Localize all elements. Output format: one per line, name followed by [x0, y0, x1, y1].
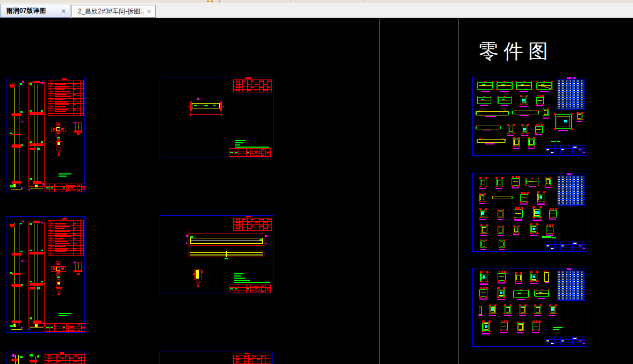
sheet-parts-1[interactable] [472, 77, 587, 156]
sheet-column-details-2[interactable] [6, 216, 85, 333]
toolbar-icon-fragment [207, 1, 209, 2]
cad-application-window: 雨润07版详图 × 2_昌欣2#3#车间-拆图… × [0, 0, 633, 364]
tab-active-drawing[interactable]: 雨润07版详图 × [0, 4, 70, 18]
sheet-beam-detail-2[interactable] [160, 215, 274, 294]
toolbar-icon-fragment [211, 1, 213, 2]
sheet-column-details-1[interactable] [6, 77, 85, 193]
document-tab-bar: 雨润07版详图 × 2_昌欣2#3#车间-拆图… × [0, 3, 633, 18]
drawing-divider-line [379, 19, 379, 364]
tab-inactive-drawing[interactable]: 2_昌欣2#3#车间-拆图… × [71, 5, 156, 18]
sheet-parts-3[interactable] [472, 268, 587, 347]
sheet-beam-detail-3-partial[interactable] [159, 352, 273, 364]
toolbar-icon-fragment [219, 1, 220, 2]
close-icon[interactable]: × [145, 8, 155, 16]
tab-label: 2_昌欣2#3#车间-拆图… [72, 7, 145, 16]
sheet-parts-2[interactable] [472, 173, 587, 252]
sheet-beam-detail-1[interactable] [160, 77, 274, 157]
tab-label: 雨润07版详图 [1, 6, 59, 16]
drawing-divider-line [458, 19, 458, 364]
close-icon[interactable]: × [59, 7, 70, 15]
sheet-column-details-3-partial[interactable] [6, 352, 85, 364]
drawing-canvas[interactable]: 零件图 [0, 18, 633, 364]
parts-drawing-title[interactable]: 零件图 [479, 38, 553, 65]
